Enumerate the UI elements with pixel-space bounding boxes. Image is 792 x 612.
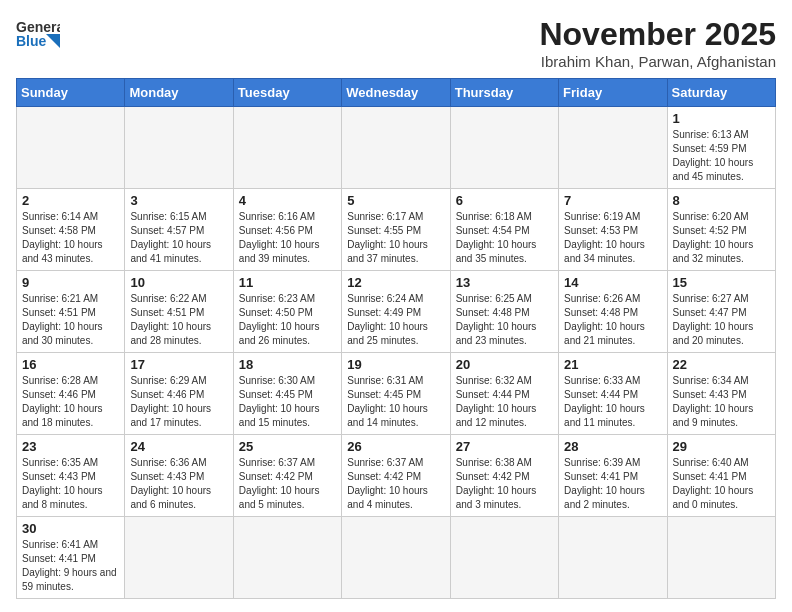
calendar-week-row: 23Sunrise: 6:35 AM Sunset: 4:43 PM Dayli… xyxy=(17,435,776,517)
calendar-day-cell: 21Sunrise: 6:33 AM Sunset: 4:44 PM Dayli… xyxy=(559,353,667,435)
calendar-day-cell xyxy=(342,517,450,599)
day-number: 6 xyxy=(456,193,553,208)
calendar-day-cell: 23Sunrise: 6:35 AM Sunset: 4:43 PM Dayli… xyxy=(17,435,125,517)
calendar-week-row: 30Sunrise: 6:41 AM Sunset: 4:41 PM Dayli… xyxy=(17,517,776,599)
day-number: 27 xyxy=(456,439,553,454)
calendar-day-cell: 8Sunrise: 6:20 AM Sunset: 4:52 PM Daylig… xyxy=(667,189,775,271)
day-number: 11 xyxy=(239,275,336,290)
day-number: 13 xyxy=(456,275,553,290)
day-number: 26 xyxy=(347,439,444,454)
day-number: 2 xyxy=(22,193,119,208)
calendar-day-cell xyxy=(233,107,341,189)
day-info: Sunrise: 6:24 AM Sunset: 4:49 PM Dayligh… xyxy=(347,292,444,348)
calendar-day-cell: 22Sunrise: 6:34 AM Sunset: 4:43 PM Dayli… xyxy=(667,353,775,435)
title-area: November 2025 Ibrahim Khan, Parwan, Afgh… xyxy=(539,16,776,70)
day-number: 21 xyxy=(564,357,661,372)
calendar-week-row: 2Sunrise: 6:14 AM Sunset: 4:58 PM Daylig… xyxy=(17,189,776,271)
logo-icon: General Blue xyxy=(16,16,60,52)
day-info: Sunrise: 6:37 AM Sunset: 4:42 PM Dayligh… xyxy=(239,456,336,512)
day-number: 20 xyxy=(456,357,553,372)
day-info: Sunrise: 6:36 AM Sunset: 4:43 PM Dayligh… xyxy=(130,456,227,512)
day-number: 4 xyxy=(239,193,336,208)
day-number: 9 xyxy=(22,275,119,290)
calendar-table: SundayMondayTuesdayWednesdayThursdayFrid… xyxy=(16,78,776,599)
svg-marker-2 xyxy=(46,34,60,48)
day-number: 7 xyxy=(564,193,661,208)
day-info: Sunrise: 6:28 AM Sunset: 4:46 PM Dayligh… xyxy=(22,374,119,430)
day-info: Sunrise: 6:21 AM Sunset: 4:51 PM Dayligh… xyxy=(22,292,119,348)
day-number: 8 xyxy=(673,193,770,208)
calendar-day-cell xyxy=(125,517,233,599)
day-number: 3 xyxy=(130,193,227,208)
day-number: 28 xyxy=(564,439,661,454)
day-number: 10 xyxy=(130,275,227,290)
day-number: 17 xyxy=(130,357,227,372)
calendar-day-cell xyxy=(233,517,341,599)
day-info: Sunrise: 6:32 AM Sunset: 4:44 PM Dayligh… xyxy=(456,374,553,430)
calendar-day-cell xyxy=(450,517,558,599)
calendar-day-cell: 2Sunrise: 6:14 AM Sunset: 4:58 PM Daylig… xyxy=(17,189,125,271)
day-number: 5 xyxy=(347,193,444,208)
day-info: Sunrise: 6:13 AM Sunset: 4:59 PM Dayligh… xyxy=(673,128,770,184)
calendar-week-row: 9Sunrise: 6:21 AM Sunset: 4:51 PM Daylig… xyxy=(17,271,776,353)
calendar-day-cell xyxy=(559,517,667,599)
col-header-wednesday: Wednesday xyxy=(342,79,450,107)
calendar-day-cell: 19Sunrise: 6:31 AM Sunset: 4:45 PM Dayli… xyxy=(342,353,450,435)
calendar-day-cell xyxy=(559,107,667,189)
day-number: 12 xyxy=(347,275,444,290)
calendar-day-cell xyxy=(667,517,775,599)
day-number: 29 xyxy=(673,439,770,454)
day-number: 22 xyxy=(673,357,770,372)
calendar-day-cell: 18Sunrise: 6:30 AM Sunset: 4:45 PM Dayli… xyxy=(233,353,341,435)
day-info: Sunrise: 6:26 AM Sunset: 4:48 PM Dayligh… xyxy=(564,292,661,348)
col-header-thursday: Thursday xyxy=(450,79,558,107)
calendar-day-cell xyxy=(450,107,558,189)
day-number: 16 xyxy=(22,357,119,372)
calendar-day-cell: 30Sunrise: 6:41 AM Sunset: 4:41 PM Dayli… xyxy=(17,517,125,599)
calendar-day-cell: 6Sunrise: 6:18 AM Sunset: 4:54 PM Daylig… xyxy=(450,189,558,271)
location-subtitle: Ibrahim Khan, Parwan, Afghanistan xyxy=(539,53,776,70)
header: General Blue November 2025 Ibrahim Khan,… xyxy=(16,16,776,70)
calendar-week-row: 16Sunrise: 6:28 AM Sunset: 4:46 PM Dayli… xyxy=(17,353,776,435)
calendar-day-cell: 15Sunrise: 6:27 AM Sunset: 4:47 PM Dayli… xyxy=(667,271,775,353)
day-info: Sunrise: 6:17 AM Sunset: 4:55 PM Dayligh… xyxy=(347,210,444,266)
day-info: Sunrise: 6:41 AM Sunset: 4:41 PM Dayligh… xyxy=(22,538,119,594)
day-info: Sunrise: 6:39 AM Sunset: 4:41 PM Dayligh… xyxy=(564,456,661,512)
day-info: Sunrise: 6:14 AM Sunset: 4:58 PM Dayligh… xyxy=(22,210,119,266)
day-info: Sunrise: 6:20 AM Sunset: 4:52 PM Dayligh… xyxy=(673,210,770,266)
calendar-day-cell xyxy=(17,107,125,189)
day-info: Sunrise: 6:22 AM Sunset: 4:51 PM Dayligh… xyxy=(130,292,227,348)
calendar-day-cell: 11Sunrise: 6:23 AM Sunset: 4:50 PM Dayli… xyxy=(233,271,341,353)
day-info: Sunrise: 6:40 AM Sunset: 4:41 PM Dayligh… xyxy=(673,456,770,512)
day-info: Sunrise: 6:25 AM Sunset: 4:48 PM Dayligh… xyxy=(456,292,553,348)
day-info: Sunrise: 6:27 AM Sunset: 4:47 PM Dayligh… xyxy=(673,292,770,348)
day-info: Sunrise: 6:15 AM Sunset: 4:57 PM Dayligh… xyxy=(130,210,227,266)
day-info: Sunrise: 6:35 AM Sunset: 4:43 PM Dayligh… xyxy=(22,456,119,512)
calendar-day-cell: 4Sunrise: 6:16 AM Sunset: 4:56 PM Daylig… xyxy=(233,189,341,271)
calendar-day-cell: 9Sunrise: 6:21 AM Sunset: 4:51 PM Daylig… xyxy=(17,271,125,353)
calendar-day-cell: 7Sunrise: 6:19 AM Sunset: 4:53 PM Daylig… xyxy=(559,189,667,271)
day-info: Sunrise: 6:16 AM Sunset: 4:56 PM Dayligh… xyxy=(239,210,336,266)
calendar-day-cell xyxy=(125,107,233,189)
svg-text:Blue: Blue xyxy=(16,33,47,49)
day-info: Sunrise: 6:19 AM Sunset: 4:53 PM Dayligh… xyxy=(564,210,661,266)
calendar-day-cell: 1Sunrise: 6:13 AM Sunset: 4:59 PM Daylig… xyxy=(667,107,775,189)
day-info: Sunrise: 6:38 AM Sunset: 4:42 PM Dayligh… xyxy=(456,456,553,512)
calendar-day-cell: 17Sunrise: 6:29 AM Sunset: 4:46 PM Dayli… xyxy=(125,353,233,435)
day-number: 15 xyxy=(673,275,770,290)
day-info: Sunrise: 6:37 AM Sunset: 4:42 PM Dayligh… xyxy=(347,456,444,512)
calendar-day-cell xyxy=(342,107,450,189)
calendar-day-cell: 14Sunrise: 6:26 AM Sunset: 4:48 PM Dayli… xyxy=(559,271,667,353)
col-header-tuesday: Tuesday xyxy=(233,79,341,107)
calendar-day-cell: 28Sunrise: 6:39 AM Sunset: 4:41 PM Dayli… xyxy=(559,435,667,517)
calendar-day-cell: 27Sunrise: 6:38 AM Sunset: 4:42 PM Dayli… xyxy=(450,435,558,517)
day-info: Sunrise: 6:33 AM Sunset: 4:44 PM Dayligh… xyxy=(564,374,661,430)
calendar-day-cell: 16Sunrise: 6:28 AM Sunset: 4:46 PM Dayli… xyxy=(17,353,125,435)
day-number: 1 xyxy=(673,111,770,126)
day-number: 24 xyxy=(130,439,227,454)
col-header-monday: Monday xyxy=(125,79,233,107)
day-info: Sunrise: 6:30 AM Sunset: 4:45 PM Dayligh… xyxy=(239,374,336,430)
day-number: 30 xyxy=(22,521,119,536)
calendar-day-cell: 12Sunrise: 6:24 AM Sunset: 4:49 PM Dayli… xyxy=(342,271,450,353)
calendar-day-cell: 29Sunrise: 6:40 AM Sunset: 4:41 PM Dayli… xyxy=(667,435,775,517)
